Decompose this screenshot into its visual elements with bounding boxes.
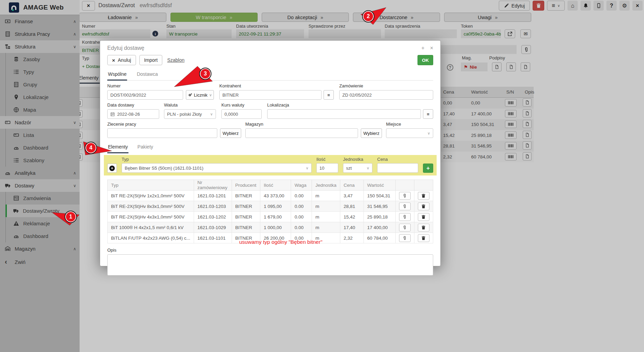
attach-row-button[interactable] (399, 192, 411, 200)
row-actions (414, 212, 433, 222)
tab-wspolne[interactable]: Wspólne (107, 70, 127, 81)
tab-pakiety[interactable]: Pakiety (137, 143, 154, 153)
table-header-row: Typ Nr zamówieniowy Producent Ilość Waga… (108, 180, 433, 191)
attach-row-button[interactable] (399, 224, 411, 231)
delete-row-button[interactable] (418, 224, 429, 231)
attach-row-button[interactable] (399, 234, 411, 242)
add-jednostka-label: Jednostka (343, 157, 372, 162)
table-cell: BiTLAN F/UTP 4x2x23 AWG (0,54) c... (108, 233, 194, 243)
row-actions (395, 222, 414, 233)
delete-row-button[interactable] (418, 213, 429, 221)
szablon-link[interactable]: Szablon (167, 57, 184, 63)
table-cell: 15,42 (340, 212, 364, 222)
kontrahent-input[interactable]: BITNER (219, 90, 321, 100)
data-dostawy-input[interactable]: 2022-08-26 (107, 109, 159, 119)
table-cell: BiT RE-2X(St)Hv 4x3x1,0mm² 500V (108, 212, 194, 222)
add-ilosc-label: Ilość (316, 157, 338, 162)
paperclip-icon (402, 236, 407, 240)
dialog-title: Edytuj dostawę (107, 45, 421, 51)
table-cell: BITNER (232, 191, 260, 201)
add-cena-input[interactable] (377, 163, 418, 173)
attach-row-button[interactable] (399, 202, 411, 210)
add-element-row: + Typ Bęben Bitner S5 (50cm) (1621.03-11… (104, 155, 437, 175)
magazyn-input[interactable] (245, 128, 358, 138)
edit-delivery-dialog: Edytuj dostawę + × ×Anuluj Import Szablo… (100, 40, 441, 266)
table-cell: 2,32 (340, 233, 364, 243)
table-cell: BITNER (232, 222, 260, 233)
miejsce-select[interactable]: ∨ (386, 128, 433, 138)
table-cell: 1 679,00 (260, 212, 291, 222)
delete-row-button[interactable] (418, 234, 429, 242)
table-cell: 28,81 (340, 201, 364, 212)
add-ilosc-input[interactable]: 10 (316, 163, 338, 173)
table-cell: 0.00 (291, 201, 312, 212)
chevron-down-icon: ∨ (306, 166, 309, 170)
attach-row-button[interactable] (399, 213, 411, 221)
row-actions (414, 201, 433, 212)
table-cell: BITNER (232, 201, 260, 212)
table-cell: BiT RE-2X(St)Hv 1x2x1,0mm² 500V (108, 191, 194, 201)
row-actions (414, 233, 433, 243)
lokalizacja-select-button[interactable]: ≡ (423, 109, 433, 119)
waluta-field-label: Waluta (164, 102, 216, 108)
lokalizacja-input[interactable] (267, 109, 421, 119)
tab-elementy[interactable]: Elementy (107, 143, 128, 153)
table-row: BiT RE-2X(St)Hv 8x3x1,0mm² 500V1621.03-1… (108, 201, 433, 212)
table-cell: 25 890,18 (364, 212, 395, 222)
row-actions (395, 233, 414, 243)
annotation-step-1: 1 (65, 211, 77, 223)
table-cell: m (312, 201, 340, 212)
add-typ-label: Typ (122, 157, 312, 162)
items-tabs: Elementy Pakiety (107, 143, 433, 153)
annotation-step-3: 3 (199, 68, 211, 80)
tab-dostawca[interactable]: Dostawca (136, 70, 158, 80)
data-dostawy-field-label: Data dostawy (107, 102, 159, 108)
annotation-note: usuwamy typ ogólny "Bęben bitner" (239, 239, 323, 245)
miejsce-field-label: Miejsce (386, 122, 433, 127)
table-cell: 1 000,00 (260, 222, 291, 233)
table-cell: BiT 1000® H 4x2x1,5 mm² 0,6/1 kV (108, 222, 194, 233)
kurs-waluty-input[interactable]: 0,0000 (221, 109, 262, 119)
dialog-tabs: Wspólne Dostawca (107, 70, 433, 81)
close-dialog-icon[interactable]: × (430, 45, 433, 51)
kurs-waluty-field-label: Kurs waluty (221, 102, 262, 108)
ok-button[interactable]: OK (417, 55, 433, 65)
list-select-icon: ≡ (327, 93, 330, 98)
waluta-select[interactable]: PLN - polski Złoty ∨ (164, 109, 216, 119)
zlecenie-wybierz-button[interactable]: Wybierz (220, 128, 241, 138)
table-cell: 1621.03-1101 (194, 233, 232, 243)
cancel-button[interactable]: ×Anuluj (107, 55, 136, 65)
table-cell: 0.00 (291, 222, 312, 233)
zlecenie-pracy-input[interactable] (107, 128, 217, 138)
kontrahent-select-button[interactable]: ≡ (324, 90, 334, 100)
table-cell: 43 373,00 (260, 191, 291, 201)
table-cell: m (312, 222, 340, 233)
paperclip-icon (402, 194, 407, 198)
add-element-button[interactable]: + (423, 164, 433, 173)
table-cell: 60 784,00 (364, 233, 395, 243)
add-jednostka-select[interactable]: szt ∨ (343, 163, 372, 173)
import-button[interactable]: Import (139, 55, 163, 65)
expand-add-button[interactable]: + (107, 164, 117, 173)
table-row: BiT 1000® H 4x2x1,5 mm² 0,6/1 kV1621.03-… (108, 222, 433, 233)
plus-circle-icon: + (109, 166, 115, 171)
zamowienie-input[interactable]: ZD 02/05/2022 (339, 90, 433, 100)
opis-textarea[interactable] (107, 254, 433, 276)
zlecenie-pracy-field-label: Zlecenie pracy (107, 122, 217, 127)
row-actions (414, 191, 433, 201)
table-cell: BiT RE-2X(St)Hv 8x3x1,0mm² 500V (108, 201, 194, 212)
maximize-icon[interactable]: + (421, 45, 424, 51)
licznik-dropdown[interactable]: Licznik ∨ (186, 90, 214, 100)
trash-icon (421, 225, 426, 230)
add-typ-select[interactable]: Bęben Bitner S5 (50cm) (1621.03-1101) ∨ (122, 163, 312, 173)
numer-input[interactable]: DOST/002/9/2022 (107, 90, 183, 100)
table-cell: 17,40 (340, 222, 364, 233)
table-cell: 0.00 (291, 191, 312, 201)
delete-row-button[interactable] (418, 202, 429, 210)
magazyn-wybierz-button[interactable]: Wybierz (361, 128, 382, 138)
trash-icon (421, 236, 426, 240)
table-cell: 1621.03-1029 (194, 222, 232, 233)
delete-row-button[interactable] (418, 192, 429, 200)
magazyn-field-label: Magazyn (245, 122, 358, 127)
kontrahent-field-label: Kontrahent (219, 83, 321, 88)
